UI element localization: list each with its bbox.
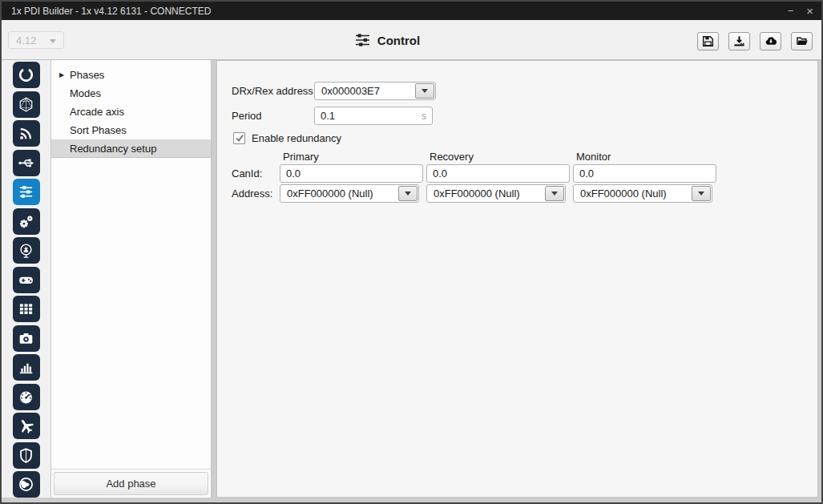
column-header-primary: Primary — [280, 151, 426, 163]
drx-dropdown-button[interactable] — [415, 83, 434, 99]
usb-icon — [18, 155, 34, 171]
sidebar-item-podcast[interactable] — [13, 237, 40, 264]
page-title-text: Control — [377, 34, 420, 47]
sidebar-item-gauge[interactable] — [13, 384, 40, 410]
sidebar-item-usb[interactable] — [13, 150, 40, 176]
address-monitor-dropdown-button[interactable] — [692, 186, 711, 201]
sidebar-item-shield[interactable] — [13, 442, 40, 469]
checkmark-icon — [235, 133, 244, 143]
add-phase-button[interactable]: Add phase — [54, 472, 208, 495]
period-input[interactable] — [321, 110, 422, 122]
canid-monitor-input[interactable] — [579, 167, 710, 179]
expand-arrow-icon[interactable]: ▶ — [59, 66, 64, 84]
bar-chart-icon — [18, 359, 34, 376]
address-row: Address: 0xFF000000 (Null) 0xFF000000 (N… — [232, 184, 817, 203]
sidebar-item-gamepad[interactable] — [13, 267, 40, 293]
sidebar — [2, 60, 51, 498]
window-title: 1x PDI Builder - 1x v4.12 6131 - CONNECT… — [11, 6, 211, 17]
plane-icon — [18, 417, 34, 434]
sidebar-item-plane[interactable] — [13, 413, 40, 439]
camera-icon — [18, 330, 34, 347]
sidebar-item-gears[interactable] — [13, 208, 40, 235]
address-monitor-value: 0xFF000000 (Null) — [575, 187, 692, 200]
cloud-download-button[interactable] — [760, 32, 781, 50]
table-header-row: Primary Recovery Monitor — [280, 151, 817, 163]
content-area: ▶ Phases Modes Arcade axis Sort Phases R… — [2, 60, 821, 502]
drx-address-row: DRx/Rex address 0x000003E7 — [232, 82, 817, 100]
drx-address-value: 0x000003E7 — [316, 85, 415, 97]
minimize-button[interactable]: − — [788, 6, 794, 16]
tree-panel: ▶ Phases Modes Arcade axis Sort Phases R… — [51, 60, 212, 498]
globe-icon — [18, 476, 34, 493]
period-label: Period — [232, 110, 314, 122]
sidebar-item-grid[interactable] — [13, 296, 40, 322]
period-unit: s — [422, 111, 426, 122]
sidebar-item-bar-chart[interactable] — [13, 354, 40, 381]
address-monitor-cell: 0xFF000000 (Null) — [573, 184, 720, 203]
tree-item-phases[interactable]: ▶ Phases — [51, 66, 211, 84]
tree-item-arcade-axis[interactable]: Arcade axis — [51, 103, 211, 121]
shield-icon — [18, 447, 34, 464]
open-folder-icon — [796, 35, 809, 47]
open-file-button[interactable] — [791, 32, 813, 50]
ring-icon — [18, 67, 34, 83]
sliders-icon — [355, 34, 370, 47]
toolbar-buttons — [697, 32, 813, 50]
canid-recovery-input[interactable] — [433, 167, 563, 179]
tree-item-label: Sort Phases — [70, 124, 127, 136]
titlebar: 1x PDI Builder - 1x v4.12 6131 - CONNECT… — [2, 2, 821, 20]
cloud-download-icon — [765, 35, 777, 47]
sidebar-item-hexagon-mesh[interactable] — [13, 91, 40, 118]
sliders-icon — [18, 183, 34, 200]
tree-item-label: Modes — [70, 87, 101, 99]
canid-monitor-cell — [573, 164, 720, 183]
sidebar-item-globe[interactable] — [13, 471, 40, 498]
address-label: Address: — [232, 187, 280, 200]
redundancy-table: Primary Recovery Monitor CanId: — [232, 151, 817, 203]
canid-recovery-cell — [426, 164, 573, 183]
tree-item-sort-phases[interactable]: Sort Phases — [51, 121, 211, 139]
enable-redundancy-row: Enable redundancy — [233, 131, 817, 144]
column-header-monitor: Monitor — [573, 151, 720, 163]
page-title: Control — [2, 20, 773, 60]
gamepad-icon — [18, 272, 34, 288]
close-button[interactable]: × — [806, 5, 813, 17]
canid-primary-field — [280, 164, 423, 183]
canid-row: CanId: — [232, 164, 817, 183]
sidebar-item-rss[interactable] — [13, 120, 40, 147]
sidebar-item-control[interactable] — [13, 179, 40, 205]
canid-recovery-field — [426, 164, 570, 183]
tree-item-modes[interactable]: Modes — [51, 84, 211, 103]
hexagon-mesh-icon — [18, 96, 34, 113]
chevron-down-icon — [422, 89, 428, 93]
address-recovery-dropdown-button[interactable] — [545, 186, 564, 201]
column-header-recovery: Recovery — [426, 151, 573, 163]
address-primary-select[interactable]: 0xFF000000 (Null) — [280, 184, 419, 203]
canid-primary-input[interactable] — [286, 167, 417, 179]
canid-monitor-field — [573, 164, 716, 183]
sidebar-item-camera[interactable] — [13, 325, 40, 352]
download-tray-icon — [733, 35, 745, 47]
save-button[interactable] — [697, 32, 719, 50]
podcast-icon — [18, 242, 34, 259]
drx-address-label: DRx/Rex address — [232, 85, 314, 97]
phase-tree: ▶ Phases Modes Arcade axis Sort Phases R… — [51, 60, 211, 470]
enable-redundancy-checkbox[interactable] — [233, 132, 245, 144]
main-panel: DRx/Rex address 0x000003E7 Period s — [216, 60, 818, 498]
grid-icon — [18, 300, 34, 317]
tree-item-redundancy-setup[interactable]: Redundancy setup — [51, 139, 211, 158]
address-recovery-select[interactable]: 0xFF000000 (Null) — [426, 184, 566, 203]
chevron-down-icon — [698, 192, 704, 196]
floppy-disk-icon — [702, 35, 714, 47]
toolbar: 4.12 Control — [2, 20, 821, 60]
gears-icon — [18, 213, 34, 230]
address-monitor-select[interactable]: 0xFF000000 (Null) — [573, 184, 712, 203]
drx-address-select[interactable]: 0x000003E7 — [314, 82, 436, 100]
import-button[interactable] — [728, 32, 750, 50]
address-primary-value: 0xFF000000 (Null) — [281, 187, 398, 200]
sidebar-item-ring[interactable] — [13, 62, 40, 88]
address-primary-dropdown-button[interactable] — [398, 186, 418, 201]
enable-redundancy-label: Enable redundancy — [252, 132, 341, 144]
address-recovery-cell: 0xFF000000 (Null) — [426, 184, 573, 203]
canid-primary-cell — [280, 164, 426, 183]
